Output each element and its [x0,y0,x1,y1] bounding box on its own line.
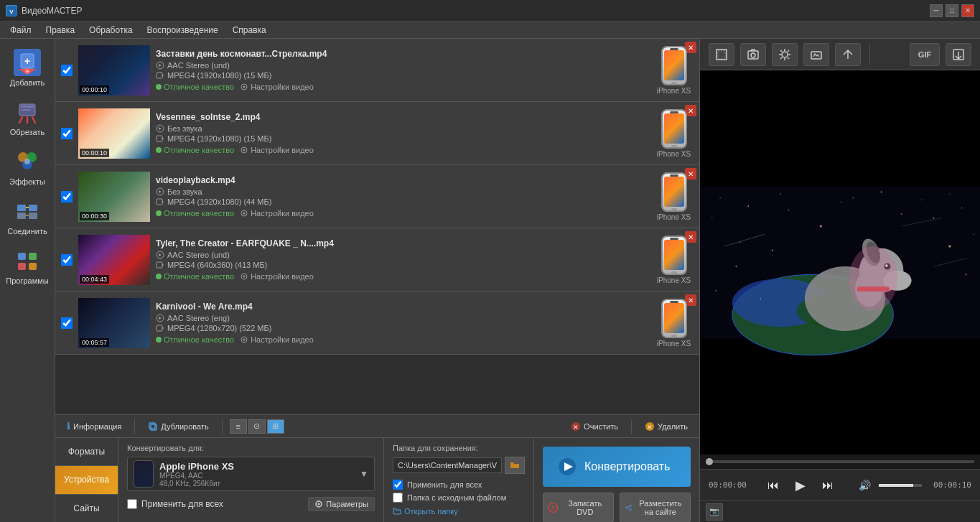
crop-tool-button[interactable] [709,43,734,66]
maximize-button[interactable]: □ [946,4,958,17]
duplicate-button[interactable]: Дублировать [142,419,214,434]
folder-path-input[interactable] [393,457,502,473]
gif-tool-button[interactable]: GIF [910,43,940,66]
time-start: 00:00:00 [709,480,747,490]
svg-point-48 [243,276,246,278]
settings-link[interactable]: Настройки видео [240,209,314,218]
sidebar-effects[interactable]: Эффекты [0,144,55,190]
open-folder-button[interactable]: Открыть папку [393,507,525,516]
effects-label: Эффекты [9,177,45,186]
svg-point-18 [24,159,30,164]
settings-link[interactable]: Настройки видео [240,83,314,91]
progress-thumb[interactable] [706,458,713,465]
settings-link[interactable]: Настройки видео [240,335,314,344]
menu-file[interactable]: Файл [3,24,39,37]
file-checkbox[interactable] [61,65,73,76]
save-options: Применить для всех Папка с исходным файл… [393,480,525,503]
quality-badge: Отличное качество [156,272,234,281]
settings-link[interactable]: Настройки видео [240,272,314,281]
cut-icon [14,98,41,126]
menu-help[interactable]: Справка [225,24,274,37]
menu-edit[interactable]: Правка [39,24,83,37]
file-item: ✕ 00:04:43 Tyler, The Creator - EARFQUAK… [55,228,699,292]
grid-view-button[interactable]: ⊞ [267,419,284,434]
delete-button[interactable]: ✕ Удалить [639,419,694,434]
effects-icon [14,148,41,175]
sidebar-cut[interactable]: Обрезать [0,94,55,141]
watermark-tool-button[interactable] [803,43,829,66]
source-folder-label: Папка с исходным файлом [407,493,506,502]
brightness-tool-button[interactable] [772,43,798,66]
video-icon [156,261,164,269]
file-checkbox[interactable] [61,191,73,202]
list-view-button[interactable]: ≡ [230,419,247,434]
duplicate-icon [148,421,158,432]
quality-badge: Отличное качество [156,146,234,154]
file-info: Заставки день космонавт...Стрелка.mp4 AA… [156,49,648,91]
svg-point-121 [820,225,822,227]
screenshot-save-button[interactable] [946,43,971,66]
file-toolbar: ℹ Информация Дублировать ≡ ⊙ ⊞ ✕ Очистит… [55,414,699,437]
params-button[interactable]: Параметры [308,497,375,511]
device-meta-2: 48,0 KHz, 256Кбит [159,480,354,488]
menu-playback[interactable]: Воспроизведение [140,24,225,37]
svg-marker-31 [162,74,164,77]
file-checkbox[interactable] [61,317,73,329]
close-button[interactable]: ✕ [961,4,974,17]
convert-button[interactable]: Конвертировать [543,447,691,487]
file-duration: 00:00:30 [80,212,109,220]
file-list-scroll[interactable]: ✕ 00:00:10 Заставки день космонавт...Стр… [55,39,699,414]
burn-dvd-button[interactable]: Записать DVD [543,493,614,522]
svg-point-99 [740,242,741,243]
sidebar-add[interactable]: + + Добавить [0,45,55,91]
minimize-button[interactable]: ─ [930,4,943,17]
formats-tab[interactable]: Форматы [55,438,118,466]
folder-browse-button[interactable] [505,457,525,474]
source-folder-checkbox[interactable] [393,493,403,503]
speed-tool-button[interactable] [835,43,861,66]
volume-slider[interactable] [879,484,922,487]
settings-link[interactable]: Настройки видео [240,146,314,154]
svg-point-43 [243,213,246,215]
file-quality-row: Отличное качество Настройки видео [156,83,648,91]
bottom-panel: Форматы Устройства Сайты Конвертировать … [55,437,699,522]
file-checkbox[interactable] [61,254,73,266]
svg-point-125 [965,274,966,275]
sidebar-programs[interactable]: Программы [0,243,55,289]
volume-icon[interactable]: 🔊 [854,475,874,495]
svg-point-68 [625,507,627,509]
clear-button[interactable]: ✕ Очистить [565,419,624,434]
svg-marker-41 [162,200,164,203]
progress-bar[interactable] [706,460,974,463]
devices-tab[interactable]: Устройства [55,466,118,494]
info-button[interactable]: ℹ Информация [61,419,127,434]
device-name: Apple iPhone XS [159,461,354,472]
skip-forward-button[interactable]: ⏭ [818,475,838,495]
toggle-view-button[interactable]: ⊙ [248,419,266,434]
share-button[interactable]: Разместить на сайте [620,493,691,522]
skip-back-button[interactable]: ⏮ [763,475,783,495]
snapshot-button[interactable]: 📷 [706,503,723,521]
file-duration: 00:00:10 [80,85,109,94]
svg-rect-30 [157,73,162,78]
sidebar: + + Добавить Обрезать [0,39,55,522]
sidebar-join[interactable]: Соединить [0,193,55,240]
apply-all-save-label: Применить для всех [407,480,482,489]
apply-all-checkbox[interactable] [127,499,137,509]
apply-all-save-checkbox[interactable] [393,480,403,490]
svg-point-101 [852,197,854,199]
svg-rect-19 [14,197,41,225]
svg-point-89 [719,197,720,198]
view-toggle: ≡ ⊙ ⊞ [230,419,284,434]
iphone-image [661,172,687,212]
menu-process[interactable]: Обработка [82,24,140,37]
device-selector[interactable]: Apple iPhone XS MPEG4, AAC 48,0 KHz, 256… [127,457,375,491]
screenshot-tool-button[interactable] [740,43,766,66]
video-icon [156,197,164,206]
format-tabs: Форматы Устройства Сайты [55,438,118,522]
play-button[interactable]: ▶ [789,474,812,497]
file-checkbox[interactable] [61,128,73,139]
svg-marker-51 [162,327,164,330]
svg-rect-26 [29,253,37,260]
sites-tab[interactable]: Сайты [55,495,118,522]
